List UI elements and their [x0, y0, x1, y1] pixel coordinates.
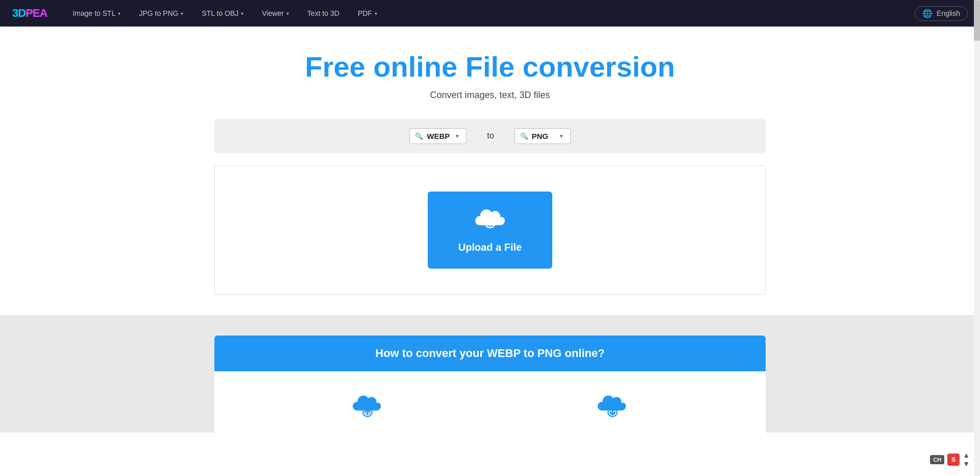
logo-3d: 3D: [12, 7, 26, 20]
search-icon: 🔍: [520, 132, 528, 140]
nav-item-pdf[interactable]: PDF ▾: [349, 0, 386, 27]
upload-container: Upload a File: [214, 165, 766, 295]
chevron-down-icon: ▾: [456, 133, 459, 139]
from-format-select[interactable]: 🔍 WEBP ▾: [409, 128, 467, 144]
search-icon: 🔍: [415, 132, 423, 140]
nav-item-viewer[interactable]: Viewer ▾: [253, 0, 298, 27]
page-subtitle: Convert images, text, 3D files: [10, 90, 970, 101]
step-download-icon: [597, 392, 628, 422]
site-logo[interactable]: 3D PEA: [12, 7, 47, 20]
nav-item-text-to-3d[interactable]: Text to 3D: [298, 0, 349, 27]
chevron-icon: ▾: [118, 11, 120, 16]
page-title: Free online File conversion: [10, 51, 970, 83]
chevron-icon: ▾: [286, 11, 289, 16]
step-upload-icon: [352, 392, 383, 422]
chevron-icon: ▾: [181, 11, 183, 16]
language-label: English: [937, 9, 960, 17]
language-selector[interactable]: 🌐 English: [915, 6, 968, 21]
upload-label: Upload a File: [458, 242, 522, 253]
how-to-banner: How to convert your WEBP to PNG online?: [214, 336, 766, 371]
converter-bar: 🔍 WEBP ▾ to 🔍 PNG ▾: [214, 119, 766, 153]
how-to-body: [214, 371, 766, 433]
main-content: Free online File conversion Convert imag…: [0, 27, 980, 315]
scrollbar-track[interactable]: [974, 0, 980, 433]
upload-button[interactable]: Upload a File: [428, 192, 552, 269]
nav-items: Image to STL ▾ JPG to PNG ▾ STL to OBJ ▾…: [63, 0, 915, 27]
to-label: to: [487, 131, 494, 140]
how-to-title: How to convert your WEBP to PNG online?: [225, 347, 755, 360]
chevron-icon: ▾: [241, 11, 243, 16]
nav-item-image-to-stl[interactable]: Image to STL ▾: [63, 0, 130, 27]
scrollbar-thumb[interactable]: [974, 0, 980, 41]
chevron-down-icon: ▾: [560, 133, 563, 139]
nav-item-jpg-to-png[interactable]: JPG to PNG ▾: [130, 0, 192, 27]
to-format-select[interactable]: 🔍 PNG ▾: [514, 128, 571, 144]
gray-section: How to convert your WEBP to PNG online?: [0, 315, 980, 433]
globe-icon: 🌐: [922, 9, 933, 18]
logo-pea: PEA: [26, 7, 47, 20]
navbar: 3D PEA Image to STL ▾ JPG to PNG ▾ STL t…: [0, 0, 980, 27]
nav-item-stl-to-obj[interactable]: STL to OBJ ▾: [192, 0, 253, 27]
from-format-label: WEBP: [427, 132, 450, 140]
cloud-upload-icon: [473, 207, 507, 233]
to-format-label: PNG: [532, 132, 549, 140]
chevron-icon: ▾: [375, 11, 377, 16]
